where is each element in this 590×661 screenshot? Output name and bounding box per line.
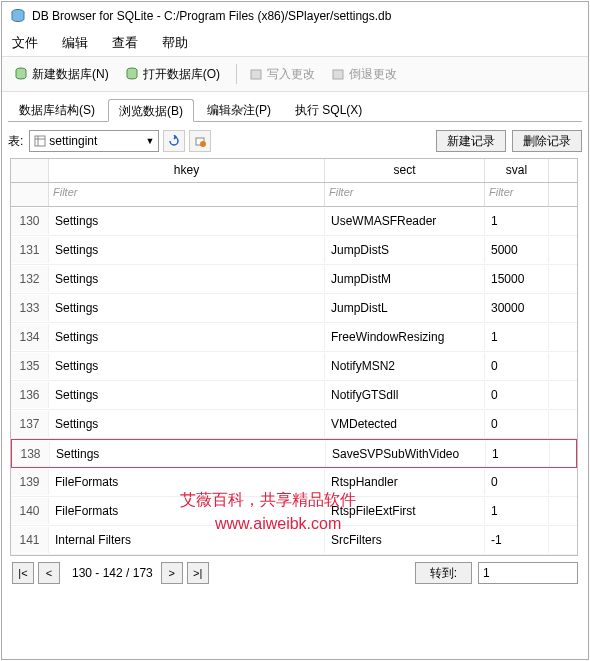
cell-sval[interactable]: 0 — [485, 411, 549, 437]
cell-sect[interactable]: UseWMASFReader — [325, 208, 485, 234]
new-database-button[interactable]: 新建数据库(N) — [8, 63, 115, 86]
menu-edit[interactable]: 编辑 — [62, 34, 88, 52]
cell-sect[interactable]: SrcFilters — [325, 527, 485, 553]
cell-hkey[interactable]: Settings — [49, 295, 325, 321]
row-number: 134 — [11, 324, 49, 350]
toolbar-separator — [236, 64, 237, 84]
cell-hkey[interactable]: FileFormats — [49, 498, 325, 524]
refresh-button[interactable] — [163, 130, 185, 152]
open-database-button[interactable]: 打开数据库(O) — [119, 63, 226, 86]
cell-hkey[interactable]: Settings — [49, 353, 325, 379]
pager-prev-button[interactable]: < — [38, 562, 60, 584]
pager: |< < 130 - 142 / 173 > >| 转到: — [8, 562, 582, 584]
row-number: 138 — [12, 441, 50, 467]
table-label: 表: — [8, 133, 23, 150]
filter-sect[interactable]: Filter — [325, 183, 485, 206]
filter-sval[interactable]: Filter — [485, 183, 549, 206]
clear-filter-button[interactable] — [189, 130, 211, 152]
column-header-hkey[interactable]: hkey — [49, 159, 325, 182]
refresh-icon — [168, 135, 180, 147]
cell-hkey[interactable]: Internal Filters — [49, 527, 325, 553]
row-number: 131 — [11, 237, 49, 263]
cell-hkey[interactable]: Settings — [49, 324, 325, 350]
pager-next-button[interactable]: > — [161, 562, 183, 584]
table-row[interactable]: 138SettingsSaveSVPSubWithVideo1 — [11, 439, 577, 468]
cell-sect[interactable]: NotifyMSN2 — [325, 353, 485, 379]
cell-hkey[interactable]: Settings — [49, 208, 325, 234]
cell-hkey[interactable]: Settings — [50, 441, 326, 467]
filter-hkey[interactable]: Filter — [49, 183, 325, 206]
cell-sect[interactable]: RtspHandler — [325, 469, 485, 495]
table-row[interactable]: 133SettingsJumpDistL30000 — [11, 294, 577, 323]
table-row[interactable]: 134SettingsFreeWindowResizing1 — [11, 323, 577, 352]
delete-record-button[interactable]: 删除记录 — [512, 130, 582, 152]
cell-hkey[interactable]: Settings — [49, 266, 325, 292]
table-row[interactable]: 132SettingsJumpDistM15000 — [11, 265, 577, 294]
row-number: 132 — [11, 266, 49, 292]
menu-help[interactable]: 帮助 — [162, 34, 188, 52]
tab-pragmas[interactable]: 编辑杂注(P) — [196, 98, 282, 121]
new-record-button[interactable]: 新建记录 — [436, 130, 506, 152]
window-title: DB Browser for SQLite - C:/Program Files… — [32, 9, 391, 23]
cell-sval[interactable]: 0 — [485, 382, 549, 408]
cell-sval[interactable]: 0 — [485, 353, 549, 379]
titlebar: DB Browser for SQLite - C:/Program Files… — [2, 2, 588, 30]
cell-sval[interactable]: 5000 — [485, 237, 549, 263]
write-changes-button: 写入更改 — [243, 63, 321, 86]
table-selector[interactable]: settingint ▼ — [29, 130, 159, 152]
menu-file[interactable]: 文件 — [12, 34, 38, 52]
cell-sect[interactable]: RtspFileExtFirst — [325, 498, 485, 524]
cell-sval[interactable]: -1 — [485, 527, 549, 553]
cell-sval[interactable]: 1 — [486, 441, 550, 467]
table-row[interactable]: 139FileFormatsRtspHandler0 — [11, 468, 577, 497]
table-row[interactable]: 130SettingsUseWMASFReader1 — [11, 207, 577, 236]
table-row[interactable]: 135SettingsNotifyMSN20 — [11, 352, 577, 381]
row-number: 136 — [11, 382, 49, 408]
column-header-sect[interactable]: sect — [325, 159, 485, 182]
row-number-header — [11, 159, 49, 182]
cell-sval[interactable]: 0 — [485, 469, 549, 495]
tab-structure[interactable]: 数据库结构(S) — [8, 98, 106, 121]
table-row[interactable]: 141Internal FiltersSrcFilters-1 — [11, 526, 577, 555]
cell-sval[interactable]: 30000 — [485, 295, 549, 321]
cell-sval[interactable]: 15000 — [485, 266, 549, 292]
tab-browse-data[interactable]: 浏览数据(B) — [108, 99, 194, 122]
cell-sval[interactable]: 1 — [485, 324, 549, 350]
row-number: 140 — [11, 498, 49, 524]
grid-body: 130SettingsUseWMASFReader1131SettingsJum… — [11, 207, 577, 555]
table-row[interactable]: 140FileFormatsRtspFileExtFirst1 — [11, 497, 577, 526]
database-new-icon — [14, 67, 28, 81]
write-icon — [249, 67, 263, 81]
cell-sect[interactable]: NotifyGTSdll — [325, 382, 485, 408]
chevron-down-icon: ▼ — [145, 136, 154, 146]
cell-hkey[interactable]: Settings — [49, 411, 325, 437]
cell-sect[interactable]: JumpDistM — [325, 266, 485, 292]
table-row[interactable]: 137SettingsVMDetected0 — [11, 410, 577, 439]
cell-hkey[interactable]: Settings — [49, 382, 325, 408]
app-icon — [10, 8, 26, 24]
database-open-icon — [125, 67, 139, 81]
pager-first-button[interactable]: |< — [12, 562, 34, 584]
revert-icon — [331, 67, 345, 81]
cell-sect[interactable]: JumpDistS — [325, 237, 485, 263]
cell-sect[interactable]: FreeWindowResizing — [325, 324, 485, 350]
grid-header: hkey sect sval — [11, 159, 577, 183]
cell-sval[interactable]: 1 — [485, 498, 549, 524]
menu-view[interactable]: 查看 — [112, 34, 138, 52]
cell-sect[interactable]: SaveSVPSubWithVideo — [326, 441, 486, 467]
goto-button[interactable]: 转到: — [415, 562, 472, 584]
tab-execute-sql[interactable]: 执行 SQL(X) — [284, 98, 373, 121]
cell-hkey[interactable]: Settings — [49, 237, 325, 263]
table-row[interactable]: 131SettingsJumpDistS5000 — [11, 236, 577, 265]
table-row[interactable]: 136SettingsNotifyGTSdll0 — [11, 381, 577, 410]
goto-input[interactable] — [478, 562, 578, 584]
pager-last-button[interactable]: >| — [187, 562, 209, 584]
filter-row: Filter Filter Filter — [11, 183, 577, 207]
browse-content: 表: settingint ▼ 新建记录 删除记录 hkey sect sval — [2, 122, 588, 592]
column-header-sval[interactable]: sval — [485, 159, 549, 182]
main-toolbar: 新建数据库(N) 打开数据库(O) 写入更改 倒退更改 — [2, 56, 588, 92]
cell-sect[interactable]: VMDetected — [325, 411, 485, 437]
cell-sval[interactable]: 1 — [485, 208, 549, 234]
cell-hkey[interactable]: FileFormats — [49, 469, 325, 495]
cell-sect[interactable]: JumpDistL — [325, 295, 485, 321]
